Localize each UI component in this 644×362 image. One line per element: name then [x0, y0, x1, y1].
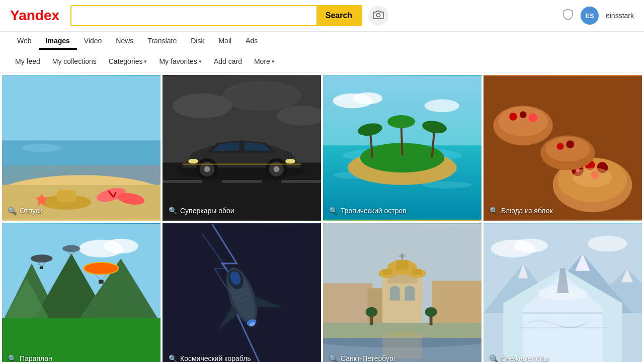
svg-rect-83	[40, 266, 43, 269]
svg-rect-113	[413, 269, 422, 275]
header-right: ES einsstark	[562, 7, 634, 25]
svg-point-5	[22, 144, 61, 152]
sec-nav-categories[interactable]: Categories ▾	[104, 54, 152, 68]
card-label-church: 🔍 Санкт-Петербург	[329, 354, 396, 362]
shield-icon[interactable]	[562, 9, 574, 23]
chevron-down-icon: ▾	[272, 58, 275, 65]
tab-disk[interactable]: Disk	[184, 32, 211, 50]
card-label-island: 🔍 Тропический остров	[329, 207, 407, 215]
svg-point-118	[425, 307, 437, 317]
svg-point-60	[520, 111, 527, 118]
svg-point-47	[353, 93, 382, 105]
svg-point-134	[568, 316, 597, 324]
image-card-island[interactable]: 🔍 Тропический остров	[323, 75, 481, 221]
svg-point-74	[104, 239, 138, 254]
search-small-icon: 🔍	[8, 354, 17, 362]
search-small-icon: 🔍	[490, 354, 498, 362]
svg-point-21	[222, 81, 301, 111]
svg-point-66	[573, 167, 612, 187]
chevron-down-icon: ▾	[199, 58, 202, 65]
svg-rect-16	[163, 180, 202, 183]
tab-translate[interactable]: Translate	[140, 32, 184, 50]
search-small-icon: 🔍	[490, 207, 498, 215]
svg-point-120	[387, 331, 417, 336]
search-button[interactable]: Search	[316, 6, 361, 25]
svg-point-59	[509, 113, 517, 121]
search-input[interactable]	[71, 6, 316, 25]
sec-nav-add-card[interactable]: Add card	[209, 54, 247, 68]
image-card-car[interactable]: 🔍 Суперкары обои	[163, 75, 321, 221]
svg-point-43	[387, 115, 415, 128]
svg-point-63	[545, 137, 590, 161]
svg-rect-18	[281, 180, 321, 183]
nav-tabs: Web Images Video News Translate Disk Mai…	[0, 32, 644, 50]
svg-point-48	[425, 100, 459, 113]
svg-point-0	[377, 13, 380, 17]
image-card-food[interactable]: 🔍 Блюда из яблок	[484, 75, 642, 221]
svg-point-65	[566, 140, 574, 148]
search-small-icon: 🔍	[329, 354, 338, 362]
search-small-icon: 🔍	[169, 207, 177, 215]
card-label-snow: 🔍 Снежные горы	[490, 354, 549, 362]
svg-rect-111	[383, 269, 392, 275]
search-box: Search	[70, 5, 362, 26]
logo[interactable]: Yandex	[10, 8, 59, 24]
tab-video[interactable]: Video	[77, 32, 109, 50]
sec-nav-my-feed[interactable]: My feed	[10, 54, 45, 68]
image-card-snow[interactable]: 🔍 Снежные горы	[484, 223, 642, 362]
camera-search-button[interactable]	[368, 6, 388, 26]
header: Yandex Search ES einsstark	[0, 0, 644, 32]
svg-point-136	[513, 239, 548, 253]
image-card-paragliding[interactable]: 🔍 Параплан	[2, 223, 160, 362]
logo-andex: andex	[19, 8, 59, 23]
tab-news[interactable]: News	[109, 32, 140, 50]
svg-point-133	[526, 318, 560, 328]
svg-rect-7	[56, 190, 76, 203]
card-label-paragliding: 🔍 Параплан	[8, 354, 52, 362]
svg-point-137	[588, 236, 627, 252]
sec-nav-more[interactable]: More ▾	[249, 54, 280, 68]
tab-images[interactable]: Images	[39, 32, 77, 50]
camera-icon	[373, 10, 384, 22]
svg-point-116	[366, 307, 378, 317]
secondary-nav: My feed My collections Categories ▾ My f…	[0, 50, 644, 73]
svg-point-31	[274, 166, 280, 172]
image-card-beach[interactable]: 🔍 Отпуск	[2, 75, 160, 221]
svg-rect-17	[222, 180, 262, 183]
sec-nav-my-collections[interactable]: My collections	[47, 54, 102, 68]
svg-point-64	[557, 143, 564, 150]
tab-mail[interactable]: Mail	[211, 32, 238, 50]
image-card-spaceship[interactable]: 🔍 Космический корабль	[163, 223, 321, 362]
card-label-spaceship: 🔍 Космический корабль	[169, 354, 251, 362]
sec-nav-my-favorites[interactable]: My favorites ▾	[154, 54, 206, 68]
card-label-car: 🔍 Суперкары обои	[169, 207, 234, 215]
svg-rect-107	[396, 260, 409, 270]
tab-web[interactable]: Web	[10, 32, 39, 50]
svg-point-28	[204, 166, 210, 172]
card-label-beach: 🔍 Отпуск	[8, 207, 42, 215]
username[interactable]: einsstark	[606, 12, 634, 20]
search-small-icon: 🔍	[8, 207, 17, 215]
svg-point-80	[31, 254, 52, 262]
logo-y: Y	[10, 8, 19, 23]
svg-point-25	[285, 159, 295, 164]
svg-point-61	[529, 113, 538, 122]
tab-ads[interactable]: Ads	[238, 32, 265, 50]
svg-point-84	[62, 245, 80, 252]
image-card-church[interactable]: 🔍 Санкт-Петербург	[323, 223, 481, 362]
svg-rect-79	[99, 280, 104, 284]
avatar[interactable]: ES	[581, 7, 599, 25]
search-small-icon: 🔍	[329, 207, 338, 215]
search-small-icon: 🔍	[169, 354, 177, 362]
svg-point-24	[188, 159, 198, 164]
card-label-food: 🔍 Блюда из яблок	[490, 207, 553, 215]
chevron-down-icon: ▾	[144, 58, 147, 65]
image-grid: 🔍 Отпуск	[0, 73, 644, 362]
